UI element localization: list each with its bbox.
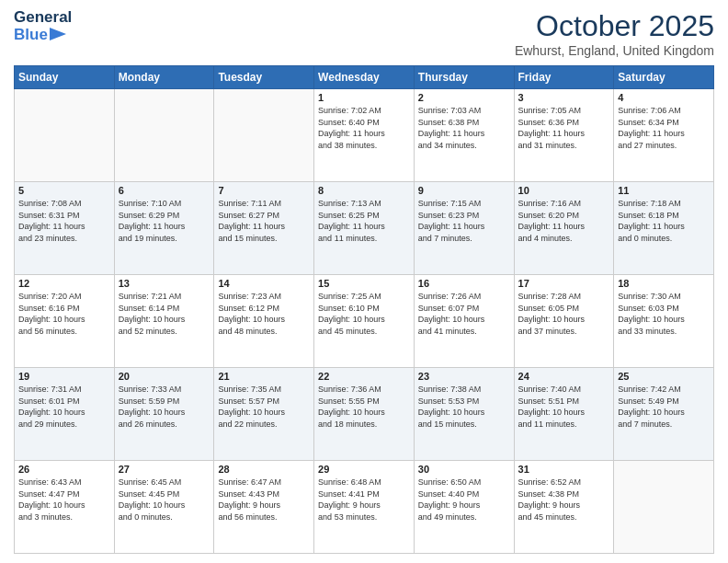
day-number: 14 — [218, 278, 310, 289]
logo-arrow-icon — [50, 28, 66, 40]
day-info: Sunrise: 7:28 AM Sunset: 6:05 PM Dayligh… — [518, 291, 610, 337]
col-thursday: Thursday — [414, 66, 514, 89]
day-number: 29 — [318, 464, 410, 475]
day-number: 31 — [518, 464, 610, 475]
day-number: 7 — [218, 185, 310, 196]
calendar-week-4: 19Sunrise: 7:31 AM Sunset: 6:01 PM Dayli… — [15, 368, 714, 461]
day-number: 18 — [618, 278, 710, 289]
calendar-cell: 28Sunrise: 6:47 AM Sunset: 4:43 PM Dayli… — [214, 461, 314, 554]
col-monday: Monday — [114, 66, 214, 89]
calendar-table: Sunday Monday Tuesday Wednesday Thursday… — [14, 65, 714, 554]
calendar-cell: 21Sunrise: 7:35 AM Sunset: 5:57 PM Dayli… — [214, 368, 314, 461]
day-info: Sunrise: 7:21 AM Sunset: 6:14 PM Dayligh… — [119, 291, 210, 337]
day-info: Sunrise: 7:33 AM Sunset: 5:59 PM Dayligh… — [119, 384, 210, 430]
col-wednesday: Wednesday — [314, 66, 415, 89]
day-number: 21 — [218, 371, 310, 382]
day-info: Sunrise: 7:23 AM Sunset: 6:12 PM Dayligh… — [218, 291, 310, 337]
day-info: Sunrise: 7:08 AM Sunset: 6:31 PM Dayligh… — [18, 198, 110, 244]
calendar-cell: 12Sunrise: 7:20 AM Sunset: 6:16 PM Dayli… — [15, 275, 115, 368]
day-number: 16 — [418, 278, 510, 289]
day-number: 9 — [418, 185, 510, 196]
col-sunday: Sunday — [15, 66, 115, 89]
day-info: Sunrise: 6:47 AM Sunset: 4:43 PM Dayligh… — [218, 477, 310, 523]
day-number: 28 — [218, 464, 310, 475]
title-block: October 2025 Ewhurst, England, United Ki… — [515, 9, 714, 58]
calendar-week-1: 1Sunrise: 7:02 AM Sunset: 6:40 PM Daylig… — [15, 89, 714, 182]
calendar-cell — [114, 89, 214, 182]
day-info: Sunrise: 7:02 AM Sunset: 6:40 PM Dayligh… — [318, 105, 410, 151]
page: General Blue October 2025 Ewhurst, Engla… — [0, 0, 728, 563]
day-number: 19 — [18, 371, 110, 382]
day-info: Sunrise: 7:25 AM Sunset: 6:10 PM Dayligh… — [318, 291, 410, 337]
month-title: October 2025 — [515, 9, 714, 43]
calendar-cell: 23Sunrise: 7:38 AM Sunset: 5:53 PM Dayli… — [414, 368, 514, 461]
col-friday: Friday — [514, 66, 614, 89]
day-info: Sunrise: 7:31 AM Sunset: 6:01 PM Dayligh… — [18, 384, 110, 430]
day-number: 2 — [418, 92, 510, 103]
calendar-cell: 3Sunrise: 7:05 AM Sunset: 6:36 PM Daylig… — [514, 89, 614, 182]
day-number: 22 — [318, 371, 410, 382]
col-saturday: Saturday — [614, 66, 714, 89]
day-number: 4 — [618, 92, 710, 103]
day-info: Sunrise: 7:03 AM Sunset: 6:38 PM Dayligh… — [418, 105, 510, 151]
day-info: Sunrise: 7:36 AM Sunset: 5:55 PM Dayligh… — [318, 384, 410, 430]
day-number: 12 — [18, 278, 110, 289]
day-number: 15 — [318, 278, 410, 289]
day-info: Sunrise: 7:18 AM Sunset: 6:18 PM Dayligh… — [618, 198, 710, 244]
day-number: 23 — [418, 371, 510, 382]
day-info: Sunrise: 7:26 AM Sunset: 6:07 PM Dayligh… — [418, 291, 510, 337]
day-number: 1 — [318, 92, 410, 103]
day-number: 3 — [518, 92, 610, 103]
calendar-cell: 29Sunrise: 6:48 AM Sunset: 4:41 PM Dayli… — [314, 461, 415, 554]
day-info: Sunrise: 7:35 AM Sunset: 5:57 PM Dayligh… — [218, 384, 310, 430]
header-row: Sunday Monday Tuesday Wednesday Thursday… — [15, 66, 714, 89]
calendar-cell: 27Sunrise: 6:45 AM Sunset: 4:45 PM Dayli… — [114, 461, 214, 554]
svg-marker-0 — [50, 28, 66, 40]
day-number: 27 — [119, 464, 210, 475]
day-number: 13 — [119, 278, 210, 289]
calendar-cell: 18Sunrise: 7:30 AM Sunset: 6:03 PM Dayli… — [614, 275, 714, 368]
logo: General Blue — [14, 9, 72, 43]
calendar-cell: 5Sunrise: 7:08 AM Sunset: 6:31 PM Daylig… — [15, 182, 115, 275]
calendar-cell: 22Sunrise: 7:36 AM Sunset: 5:55 PM Dayli… — [314, 368, 415, 461]
day-info: Sunrise: 7:10 AM Sunset: 6:29 PM Dayligh… — [119, 198, 210, 244]
day-number: 20 — [119, 371, 210, 382]
day-number: 6 — [119, 185, 210, 196]
day-info: Sunrise: 7:20 AM Sunset: 6:16 PM Dayligh… — [18, 291, 110, 337]
col-tuesday: Tuesday — [214, 66, 314, 89]
day-info: Sunrise: 7:15 AM Sunset: 6:23 PM Dayligh… — [418, 198, 510, 244]
day-info: Sunrise: 7:05 AM Sunset: 6:36 PM Dayligh… — [518, 105, 610, 151]
calendar-body: 1Sunrise: 7:02 AM Sunset: 6:40 PM Daylig… — [15, 89, 714, 554]
calendar-cell: 30Sunrise: 6:50 AM Sunset: 4:40 PM Dayli… — [414, 461, 514, 554]
calendar-cell: 6Sunrise: 7:10 AM Sunset: 6:29 PM Daylig… — [114, 182, 214, 275]
day-info: Sunrise: 6:45 AM Sunset: 4:45 PM Dayligh… — [119, 477, 210, 523]
calendar-cell — [15, 89, 115, 182]
calendar-cell: 26Sunrise: 6:43 AM Sunset: 4:47 PM Dayli… — [15, 461, 115, 554]
calendar-cell: 24Sunrise: 7:40 AM Sunset: 5:51 PM Dayli… — [514, 368, 614, 461]
day-number: 26 — [18, 464, 110, 475]
day-number: 17 — [518, 278, 610, 289]
day-info: Sunrise: 7:16 AM Sunset: 6:20 PM Dayligh… — [518, 198, 610, 244]
calendar-week-5: 26Sunrise: 6:43 AM Sunset: 4:47 PM Dayli… — [15, 461, 714, 554]
calendar-cell: 1Sunrise: 7:02 AM Sunset: 6:40 PM Daylig… — [314, 89, 415, 182]
calendar-cell: 16Sunrise: 7:26 AM Sunset: 6:07 PM Dayli… — [414, 275, 514, 368]
day-info: Sunrise: 6:52 AM Sunset: 4:38 PM Dayligh… — [518, 477, 610, 523]
calendar-cell: 13Sunrise: 7:21 AM Sunset: 6:14 PM Dayli… — [114, 275, 214, 368]
day-info: Sunrise: 7:40 AM Sunset: 5:51 PM Dayligh… — [518, 384, 610, 430]
day-number: 25 — [618, 371, 710, 382]
calendar-cell: 25Sunrise: 7:42 AM Sunset: 5:49 PM Dayli… — [614, 368, 714, 461]
logo-general: General — [14, 9, 72, 27]
header: General Blue October 2025 Ewhurst, Engla… — [14, 9, 714, 58]
day-info: Sunrise: 6:48 AM Sunset: 4:41 PM Dayligh… — [318, 477, 410, 523]
day-info: Sunrise: 7:11 AM Sunset: 6:27 PM Dayligh… — [218, 198, 310, 244]
logo-blue: Blue — [14, 27, 48, 44]
day-number: 30 — [418, 464, 510, 475]
day-info: Sunrise: 7:13 AM Sunset: 6:25 PM Dayligh… — [318, 198, 410, 244]
calendar-week-2: 5Sunrise: 7:08 AM Sunset: 6:31 PM Daylig… — [15, 182, 714, 275]
day-info: Sunrise: 6:50 AM Sunset: 4:40 PM Dayligh… — [418, 477, 510, 523]
calendar-cell: 10Sunrise: 7:16 AM Sunset: 6:20 PM Dayli… — [514, 182, 614, 275]
day-number: 10 — [518, 185, 610, 196]
day-number: 24 — [518, 371, 610, 382]
day-info: Sunrise: 7:42 AM Sunset: 5:49 PM Dayligh… — [618, 384, 710, 430]
calendar-cell: 19Sunrise: 7:31 AM Sunset: 6:01 PM Dayli… — [15, 368, 115, 461]
